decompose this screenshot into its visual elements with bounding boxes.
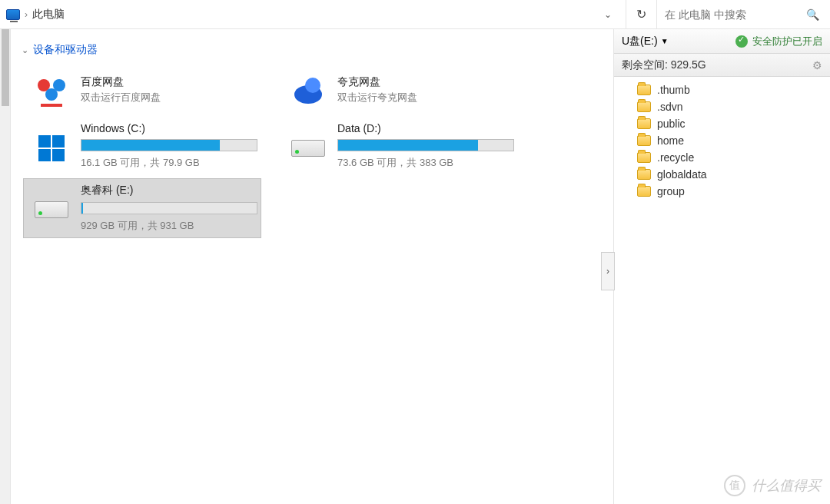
item-title: 夸克网盘 bbox=[337, 75, 417, 89]
refresh-button[interactable]: ↻ bbox=[626, 0, 657, 28]
address-bar[interactable]: › 此电脑 ⌄ bbox=[0, 0, 626, 28]
svg-rect-3 bbox=[41, 104, 62, 107]
svg-point-2 bbox=[45, 88, 58, 101]
section-title[interactable]: 设备和驱动器 bbox=[33, 43, 98, 57]
drive-subtitle: 929 GB 可用，共 931 GB bbox=[81, 219, 257, 233]
drive-item-d[interactable]: Data (D:) 73.6 GB 可用，共 383 GB bbox=[280, 117, 518, 175]
tree-item[interactable]: .recycle bbox=[620, 149, 824, 166]
protection-status[interactable]: 安全防护已开启 bbox=[735, 35, 822, 48]
right-sidebar: U盘(E:) ▼ 安全防护已开启 剩余空间: 929.5G ⚙ .thumb .… bbox=[613, 29, 830, 504]
tree-item[interactable]: public bbox=[620, 115, 824, 132]
drive-title: Windows (C:) bbox=[81, 122, 257, 134]
folder-name: .sdvn bbox=[657, 101, 682, 113]
folder-icon bbox=[637, 135, 651, 146]
folder-icon bbox=[637, 118, 651, 129]
baidu-icon bbox=[30, 71, 73, 108]
quark-icon bbox=[287, 71, 330, 108]
left-scrollbar[interactable] bbox=[0, 29, 11, 504]
item-subtitle: 双击运行百度网盘 bbox=[81, 91, 161, 104]
gear-icon[interactable]: ⚙ bbox=[812, 59, 822, 71]
drive-item-e[interactable]: 奥睿科 (E:) 929 GB 可用，共 931 GB bbox=[23, 178, 261, 238]
search-box[interactable]: 🔍 bbox=[657, 0, 830, 28]
folder-name: .thumb bbox=[657, 84, 690, 96]
sidebar-drive-selector[interactable]: U盘(E:) ▼ bbox=[622, 35, 669, 48]
drive-usage-bar bbox=[337, 139, 514, 151]
search-input[interactable] bbox=[665, 8, 803, 21]
app-item-baidu[interactable]: 百度网盘 双击运行百度网盘 bbox=[23, 66, 261, 114]
drive-icon bbox=[30, 194, 73, 225]
folder-icon bbox=[637, 169, 651, 180]
folder-name: home bbox=[657, 134, 684, 147]
drive-subtitle: 16.1 GB 可用，共 79.9 GB bbox=[81, 156, 257, 170]
folder-icon bbox=[637, 186, 651, 197]
drive-subtitle: 73.6 GB 可用，共 383 GB bbox=[337, 156, 514, 170]
windows-logo-icon bbox=[30, 133, 73, 164]
drive-usage-bar bbox=[81, 139, 257, 151]
item-title: 百度网盘 bbox=[81, 75, 161, 89]
svg-point-5 bbox=[305, 78, 320, 93]
sidebar-drive-label: U盘(E:) bbox=[622, 35, 658, 48]
watermark-text: 什么值得买 bbox=[752, 476, 821, 495]
sidebar-collapse-handle[interactable]: › bbox=[601, 252, 615, 290]
this-pc-icon bbox=[6, 9, 20, 20]
content-area: ⌄ 设备和驱动器 百度网盘 双击运行百度网盘 bbox=[11, 29, 613, 504]
drive-usage-bar bbox=[81, 202, 257, 214]
folder-icon bbox=[637, 85, 651, 95]
folder-tree: .thumb .sdvn public home .recycle global… bbox=[614, 77, 830, 204]
drive-icon bbox=[287, 133, 330, 164]
watermark: 值 什么值得买 bbox=[724, 475, 821, 496]
breadcrumb-location[interactable]: 此电脑 bbox=[32, 8, 65, 22]
free-space-label: 剩余空间: 929.5G bbox=[622, 58, 706, 72]
tree-item[interactable]: .thumb bbox=[620, 81, 824, 98]
tree-item[interactable]: group bbox=[620, 183, 824, 200]
folder-name: group bbox=[657, 185, 685, 197]
watermark-badge: 值 bbox=[724, 475, 745, 496]
chevron-right-icon: › bbox=[25, 9, 28, 20]
shield-icon bbox=[735, 35, 748, 48]
folder-name: public bbox=[657, 118, 686, 130]
tree-item[interactable]: globaldata bbox=[620, 166, 824, 183]
tree-item[interactable]: home bbox=[620, 132, 824, 149]
folder-icon bbox=[637, 101, 651, 112]
drive-title: Data (D:) bbox=[337, 122, 514, 134]
tree-item[interactable]: .sdvn bbox=[620, 98, 824, 115]
address-dropdown-button[interactable]: ⌄ bbox=[596, 9, 619, 20]
search-icon[interactable]: 🔍 bbox=[803, 8, 822, 21]
folder-name: .recycle bbox=[657, 151, 694, 164]
scrollbar-thumb[interactable] bbox=[2, 29, 9, 106]
section-collapse-icon[interactable]: ⌄ bbox=[22, 45, 28, 55]
protection-label: 安全防护已开启 bbox=[752, 35, 822, 48]
caret-down-icon: ▼ bbox=[661, 37, 669, 45]
drive-title: 奥睿科 (E:) bbox=[81, 184, 257, 197]
app-item-quark[interactable]: 夸克网盘 双击运行夸克网盘 bbox=[280, 66, 518, 114]
drive-item-c[interactable]: Windows (C:) 16.1 GB 可用，共 79.9 GB bbox=[23, 117, 261, 175]
item-subtitle: 双击运行夸克网盘 bbox=[337, 91, 417, 104]
folder-name: globaldata bbox=[657, 168, 707, 181]
folder-icon bbox=[637, 152, 651, 163]
